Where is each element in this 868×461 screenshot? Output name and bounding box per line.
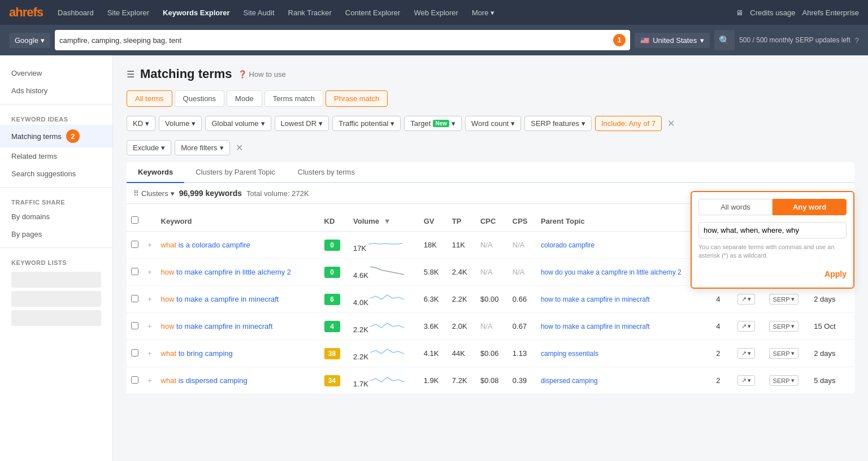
filter-exclude[interactable]: Exclude ▾ bbox=[127, 140, 171, 155]
country-btn[interactable]: 🇺🇸 United States ▾ bbox=[635, 33, 710, 48]
search-btn[interactable]: 🔍 bbox=[714, 30, 735, 50]
content-area: ☰ Matching terms ❓ How to use All terms … bbox=[113, 55, 868, 461]
hamburger-icon[interactable]: ☰ bbox=[127, 69, 134, 80]
filter-tab-all-terms[interactable]: All terms bbox=[127, 90, 172, 107]
parent-topic-link[interactable]: how do you make a campfire in little alc… bbox=[541, 268, 682, 276]
filter-include[interactable]: Include: Any of 7 bbox=[595, 116, 662, 131]
monitor-icon[interactable]: 🖥 bbox=[736, 8, 743, 17]
trend-btn[interactable]: ↗ ▾ bbox=[737, 375, 755, 386]
parent-topic-link[interactable]: camping essentials bbox=[541, 350, 598, 358]
th-volume[interactable]: Volume ▼ bbox=[349, 211, 419, 232]
keyword-link[interactable]: how to make a campfire in minecraft bbox=[161, 295, 279, 303]
parent-topic-link[interactable]: how to make a campfire in minecraft bbox=[541, 295, 650, 303]
clusters-label: Clusters bbox=[141, 189, 168, 198]
add-icon[interactable]: + bbox=[147, 268, 152, 276]
filter-tab-phrase-match[interactable]: Phrase match bbox=[326, 90, 388, 107]
filter-target[interactable]: Target New ▾ bbox=[404, 116, 462, 131]
row-checkbox[interactable] bbox=[131, 268, 138, 275]
filter-tab-mode[interactable]: Mode bbox=[227, 90, 262, 107]
sidebar-item-matching-terms[interactable]: Matching terms 2 bbox=[0, 125, 112, 147]
serp-btn[interactable]: SERP ▾ bbox=[769, 375, 798, 386]
credits-usage[interactable]: Credits usage bbox=[750, 8, 795, 17]
tab-keywords[interactable]: Keywords bbox=[127, 162, 184, 183]
nav-site-explorer[interactable]: Site Explorer bbox=[102, 5, 155, 20]
logo[interactable]: ahrefs bbox=[9, 5, 43, 20]
clear-all-filters-btn[interactable]: ✕ bbox=[233, 141, 245, 154]
nav-site-audit[interactable]: Site Audit bbox=[238, 5, 280, 20]
popup-apply-btn[interactable]: Apply bbox=[698, 267, 847, 281]
popup-terms-input[interactable] bbox=[698, 222, 847, 238]
select-all-checkbox[interactable] bbox=[131, 216, 138, 224]
keyword-link[interactable]: how to make campfire in little alchemy 2 bbox=[161, 268, 292, 276]
row-checkbox[interactable] bbox=[131, 376, 138, 384]
filter-traffic-potential[interactable]: Traffic potential ▾ bbox=[332, 116, 401, 131]
trend-btn[interactable]: ↗ ▾ bbox=[737, 348, 755, 359]
keyword-link[interactable]: what is dispersed camping bbox=[161, 376, 248, 385]
nav-rank-tracker[interactable]: Rank Tracker bbox=[283, 5, 337, 20]
add-icon[interactable]: + bbox=[147, 322, 152, 330]
question-icon[interactable]: ? bbox=[855, 36, 859, 45]
search-engine-btn[interactable]: Google ▾ bbox=[9, 33, 50, 48]
nav-more[interactable]: More ▾ bbox=[466, 5, 500, 20]
nav-web-explorer[interactable]: Web Explorer bbox=[408, 5, 464, 20]
popup-tab-all-words[interactable]: All words bbox=[698, 199, 772, 215]
filter-lowest-dr[interactable]: Lowest DR ▾ bbox=[275, 116, 329, 131]
filter-kd[interactable]: KD ▾ bbox=[127, 116, 155, 131]
row-checkbox[interactable] bbox=[131, 322, 138, 329]
clear-include-btn[interactable]: ✕ bbox=[665, 117, 677, 130]
volume-value: 4.6K bbox=[353, 271, 368, 280]
serp-btn[interactable]: SERP ▾ bbox=[769, 321, 798, 332]
row-checkbox[interactable] bbox=[131, 295, 138, 302]
row-kd-cell: 4 bbox=[320, 313, 349, 340]
trend-btn[interactable]: ↗ ▾ bbox=[737, 321, 755, 332]
filter-more-filters[interactable]: More filters ▾ bbox=[175, 140, 229, 155]
filter-tab-questions[interactable]: Questions bbox=[175, 90, 225, 107]
sidebar-step-badge-2: 2 bbox=[66, 129, 80, 143]
add-icon[interactable]: + bbox=[147, 349, 152, 358]
tab-clusters-parent[interactable]: Clusters by Parent Topic bbox=[184, 162, 287, 183]
row-checkbox[interactable] bbox=[131, 241, 138, 248]
filter-word-count[interactable]: Word count ▾ bbox=[465, 116, 521, 131]
tab-clusters-terms[interactable]: Clusters by terms bbox=[287, 162, 366, 183]
chevron-down-icon: ▾ bbox=[319, 119, 323, 128]
keyword-link[interactable]: what to bring camping bbox=[161, 349, 233, 358]
row-checkbox[interactable] bbox=[131, 349, 138, 356]
th-tp: TP bbox=[448, 211, 476, 232]
filter-serp-features[interactable]: SERP features ▾ bbox=[524, 116, 592, 131]
clusters-btn[interactable]: ⠿ Clusters ▾ bbox=[133, 189, 175, 198]
sidebar-item-overview[interactable]: Overview bbox=[0, 64, 112, 82]
sidebar-item-ads-history[interactable]: Ads history bbox=[0, 82, 112, 99]
nav-keywords-explorer[interactable]: Keywords Explorer bbox=[157, 5, 236, 20]
filter-volume[interactable]: Volume ▾ bbox=[159, 116, 202, 131]
keyword-link[interactable]: how to make campfire in minecraft bbox=[161, 322, 273, 330]
row-serp-cell: SERP ▾ bbox=[765, 313, 810, 340]
nav-content-explorer[interactable]: Content Explorer bbox=[340, 5, 406, 20]
page-title: Matching terms bbox=[140, 67, 232, 81]
sidebar-item-by-domains[interactable]: By domains bbox=[0, 208, 112, 225]
keyword-link[interactable]: what is a colorado campfire bbox=[161, 241, 250, 249]
th-kd: KD bbox=[320, 211, 349, 232]
parent-topic-link[interactable]: how to make a campfire in minecraft bbox=[541, 323, 650, 330]
sidebar-item-by-pages[interactable]: By pages bbox=[0, 225, 112, 243]
filter-global-volume[interactable]: Global volume ▾ bbox=[205, 116, 271, 131]
row-trend-cell: ↗ ▾ bbox=[733, 286, 764, 313]
row-tp-cell: 2.0K bbox=[448, 313, 476, 340]
trend-btn[interactable]: ↗ ▾ bbox=[737, 294, 755, 305]
row-add-cell: + bbox=[143, 367, 157, 394]
volume-value: 2.2K bbox=[353, 325, 368, 334]
serp-btn[interactable]: SERP ▾ bbox=[769, 348, 798, 359]
parent-topic-link[interactable]: colorado campfire bbox=[541, 241, 594, 249]
sidebar-item-related-terms[interactable]: Related terms bbox=[0, 147, 112, 165]
serp-btn[interactable]: SERP ▾ bbox=[769, 294, 798, 305]
th-gv: GV bbox=[419, 211, 448, 232]
sidebar-item-search-suggestions[interactable]: Search suggestions bbox=[0, 165, 112, 182]
add-icon[interactable]: + bbox=[147, 241, 152, 249]
search-input[interactable] bbox=[59, 36, 609, 45]
parent-topic-link[interactable]: dispersed camping bbox=[541, 377, 598, 385]
how-to-use[interactable]: ❓ How to use bbox=[238, 70, 286, 79]
popup-tab-any-word[interactable]: Any word bbox=[772, 199, 847, 215]
add-icon[interactable]: + bbox=[147, 295, 152, 303]
add-icon[interactable]: + bbox=[147, 376, 152, 385]
filter-tab-terms-match[interactable]: Terms match bbox=[264, 90, 323, 107]
nav-dashboard[interactable]: Dashboard bbox=[52, 5, 99, 20]
